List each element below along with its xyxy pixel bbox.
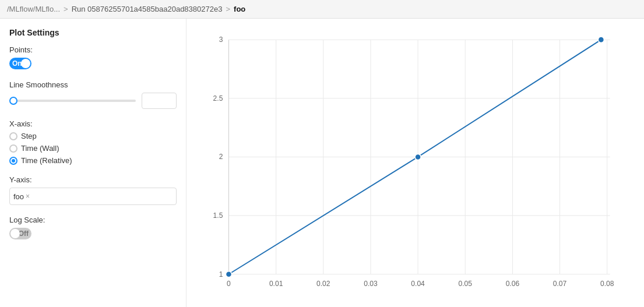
separator-2: > — [226, 5, 230, 13]
log-scale-section: Log Scale: Off — [9, 216, 177, 241]
x-tick-0-01: 0.01 — [269, 280, 283, 288]
x-axis-step-option[interactable]: Step — [9, 132, 177, 140]
smoothness-slider[interactable] — [9, 100, 136, 102]
y-axis-section: Y-axis: foo × — [9, 175, 177, 205]
x-tick-0-02: 0.02 — [316, 280, 330, 288]
smoothness-section: Line Smoothness 0.00 — [9, 80, 177, 109]
smoothness-input[interactable]: 0.00 — [142, 93, 177, 109]
x-axis-step-radio — [9, 132, 17, 140]
x-tick-0-06: 0.06 — [506, 280, 520, 288]
left-panel: Plot Settings Points: On Line Smoothness… — [0, 19, 186, 307]
log-scale-toggle[interactable]: Off — [9, 228, 31, 239]
points-container: Points: On — [9, 45, 177, 71]
points-label: Points: — [9, 45, 177, 54]
data-point-1 — [415, 154, 421, 160]
smoothness-label: Line Smoothness — [9, 80, 177, 89]
x-axis-time-relative-radio — [9, 157, 17, 165]
x-tick-0: 0 — [227, 280, 231, 288]
log-scale-toggle-thumb — [10, 229, 20, 238]
x-axis-section: X-axis: Step Time (Wall) Time (Relative) — [9, 119, 177, 165]
points-toggle[interactable]: On — [9, 58, 31, 69]
x-axis-time-relative-option[interactable]: Time (Relative) — [9, 156, 177, 165]
x-axis-time-relative-dot — [12, 159, 15, 163]
y-axis-tag-input[interactable]: foo × — [9, 188, 177, 205]
chart-area: 3 2.5 2 1.5 1 0 0.01 0.02 0.03 0.04 0.05… — [186, 19, 644, 307]
points-toggle-track: On — [9, 58, 31, 69]
x-tick-0-03: 0.03 — [364, 280, 378, 288]
x-axis-time-relative-label: Time (Relative) — [21, 156, 72, 165]
points-toggle-thumb — [21, 59, 30, 68]
chart-svg: 3 2.5 2 1.5 1 0 0.01 0.02 0.03 0.04 0.05… — [191, 28, 630, 298]
data-point-0 — [226, 271, 231, 277]
y-tick-2-5: 2.5 — [213, 94, 223, 103]
x-axis-label: X-axis: — [9, 119, 177, 128]
log-scale-toggle-track: Off — [9, 228, 31, 239]
y-tick-2: 2 — [219, 153, 223, 161]
breadcrumb-run: Run 05876255701a4585baa20ad8380272e3 — [72, 5, 223, 13]
y-axis-tag-close[interactable]: × — [26, 192, 30, 200]
x-axis-time-wall-radio — [9, 144, 17, 153]
plot-settings-title: Plot Settings — [9, 28, 177, 37]
data-point-2 — [598, 37, 604, 43]
y-axis-label: Y-axis: — [9, 175, 177, 184]
smoothness-row: 0.00 — [9, 93, 177, 109]
chart-container: 3 2.5 2 1.5 1 0 0.01 0.02 0.03 0.04 0.05… — [191, 28, 630, 298]
x-axis-time-wall-label: Time (Wall) — [21, 144, 59, 153]
x-axis-time-wall-option[interactable]: Time (Wall) — [9, 144, 177, 153]
y-tick-3: 3 — [219, 36, 223, 44]
x-tick-0-05: 0.05 — [458, 280, 472, 288]
x-axis-step-label: Step — [21, 132, 37, 140]
y-tick-1-5: 1.5 — [213, 211, 223, 220]
breadcrumb-current: foo — [234, 5, 245, 13]
log-scale-label: Log Scale: — [9, 216, 177, 224]
breadcrumb-path: /MLflow/MLflo... — [7, 5, 60, 13]
main-layout: Plot Settings Points: On Line Smoothness… — [0, 19, 644, 307]
separator-1: > — [64, 5, 68, 13]
y-tick-1: 1 — [219, 270, 223, 278]
log-scale-toggle-label: Off — [19, 230, 29, 238]
breadcrumb-bar: /MLflow/MLflo... > Run 05876255701a4585b… — [0, 0, 644, 19]
y-axis-foo-tag: foo × — [13, 192, 30, 201]
x-tick-0-07: 0.07 — [553, 280, 567, 288]
x-tick-0-04: 0.04 — [411, 280, 425, 288]
x-tick-0-08: 0.08 — [600, 280, 614, 288]
y-axis-tag-text: foo — [13, 192, 24, 201]
